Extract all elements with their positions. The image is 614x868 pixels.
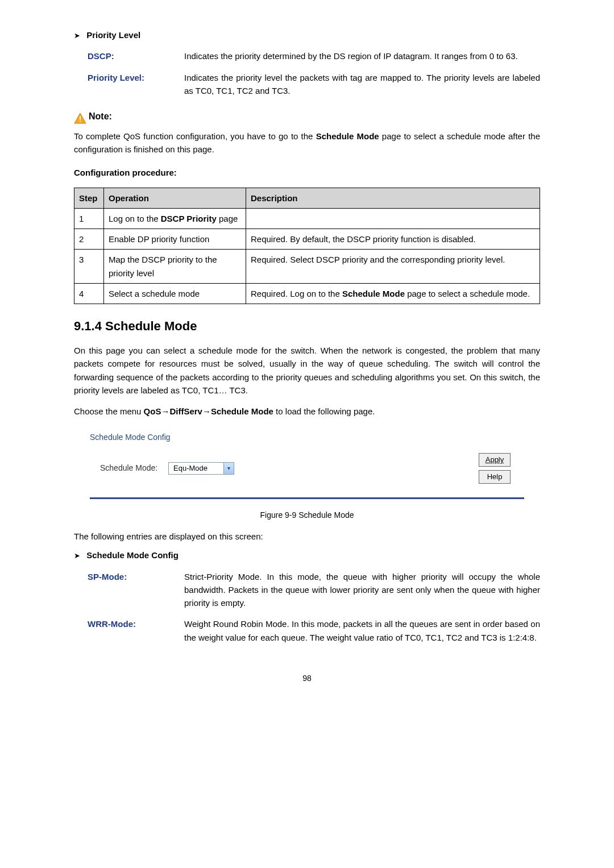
schedule-mode-config-panel: Schedule Mode Config Schedule Mode: Equ-… (90, 426, 524, 499)
th-operation: Operation (104, 188, 246, 208)
th-step: Step (74, 188, 104, 208)
desc-dscp: Indicates the priority determined by the… (184, 49, 540, 63)
desc-wrr-mode: Weight Round Robin Mode. In this mode, p… (184, 617, 540, 644)
table-row: 3 Map the DSCP priority to the priority … (74, 250, 540, 284)
definition-row: DSCP: Indicates the priority determined … (88, 49, 540, 63)
cell-operation: Select a schedule mode (104, 283, 246, 304)
apply-button[interactable]: Apply (479, 453, 511, 467)
svg-rect-2 (80, 121, 81, 122)
desc-sp-mode: Strict-Priority Mode. In this mode, the … (184, 570, 540, 610)
definition-row: SP-Mode: Strict-Priority Mode. In this m… (88, 570, 540, 610)
chevron-down-icon[interactable]: ▾ (223, 463, 234, 474)
schedule-mode-nav: Choose the menu QoS→DiffServ→Schedule Mo… (74, 405, 540, 418)
note-label: Note: (89, 110, 112, 124)
schedule-mode-para1: On this page you can select a schedule m… (74, 344, 540, 397)
note-body-pre: To complete QoS function configuration, … (74, 131, 316, 141)
definition-row: Priority Level: Indicates the priority l… (88, 71, 540, 98)
page-number: 98 (74, 672, 540, 685)
arrow-bullet-icon: ➤ (74, 550, 84, 562)
cell-step: 4 (74, 283, 104, 304)
desc-priority-level: Indicates the priority level the packets… (184, 71, 540, 98)
note-header: Note: (74, 110, 540, 124)
help-button[interactable]: Help (479, 470, 511, 484)
arrow-bullet-icon: ➤ (74, 30, 84, 41)
term-priority-level: Priority Level: (88, 71, 184, 98)
cell-operation: Map the DSCP priority to the priority le… (104, 250, 246, 284)
cell-operation: Enable DP priority function (104, 229, 246, 250)
term-dscp: DSCP: (88, 49, 184, 63)
schedule-mode-label: Schedule Mode: (100, 462, 168, 475)
cell-description: Required. Select DSCP priority and the c… (246, 250, 540, 284)
th-description: Description (246, 188, 540, 208)
cell-description (246, 208, 540, 229)
cell-description: Required. Log on to the Schedule Mode pa… (246, 283, 540, 304)
cell-step: 1 (74, 208, 104, 229)
entries-intro: The following entries are displayed on t… (74, 530, 540, 543)
cell-description: Required. By default, the DSCP priority … (246, 229, 540, 250)
panel-title: Schedule Mode Config (90, 431, 524, 444)
term-sp-mode: SP-Mode: (88, 570, 184, 610)
definition-row: WRR-Mode: Weight Round Robin Mode. In th… (88, 617, 540, 644)
table-row: 1 Log on to the DSCP Priority page (74, 208, 540, 229)
schedule-mode-config-heading: Schedule Mode Config (86, 550, 179, 560)
priority-level-heading: Priority Level (86, 30, 140, 40)
schedule-mode-select[interactable]: Equ-Mode ▾ (168, 462, 234, 475)
procedure-table: Step Operation Description 1 Log on to t… (74, 188, 540, 305)
figure-caption: Figure 9-9 Schedule Mode (74, 509, 540, 522)
configuration-procedure-heading: Configuration procedure: (74, 166, 540, 179)
warning-icon (74, 113, 86, 124)
note-body: To complete QoS function configuration, … (74, 130, 540, 156)
table-row: 4 Select a schedule mode Required. Log o… (74, 283, 540, 304)
cell-step: 2 (74, 229, 104, 250)
note-body-bold: Schedule Mode (316, 131, 379, 141)
table-row: 2 Enable DP priority function Required. … (74, 229, 540, 250)
cell-operation: Log on to the DSCP Priority page (104, 208, 246, 229)
cell-step: 3 (74, 250, 104, 284)
select-value: Equ-Mode (169, 463, 223, 474)
svg-rect-1 (80, 116, 81, 119)
schedule-mode-heading: 9.1.4 Schedule Mode (74, 317, 540, 336)
term-wrr-mode: WRR-Mode: (88, 617, 184, 644)
